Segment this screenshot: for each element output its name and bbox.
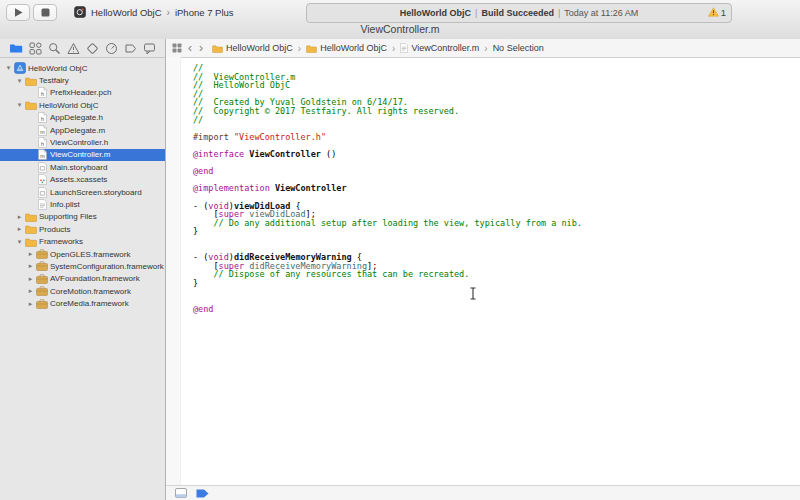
plist-icon xyxy=(35,199,49,210)
code-token: // Dispose of any resources that can be … xyxy=(213,269,469,279)
code-line: // xyxy=(193,116,798,125)
window-title: ViewController.m xyxy=(0,23,800,35)
tree-item-viewcontroller-m[interactable]: mViewController.m xyxy=(0,149,165,161)
svg-text:h: h xyxy=(40,91,43,97)
tree-item-label: HelloWorld ObjC xyxy=(39,101,98,110)
breadcrumb-item-no-selection[interactable]: No Selection xyxy=(493,43,544,53)
disclosure-triangle-icon[interactable]: ▸ xyxy=(26,287,35,295)
disclosure-triangle-icon[interactable]: ▸ xyxy=(26,262,35,270)
tree-item-opengles-framework[interactable]: ▸OpenGLES.framework xyxy=(0,248,165,260)
toolbar-controls: HelloWorld ObjC › iPhone 7 Plus HelloWor… xyxy=(6,2,794,22)
tree-item-label: AppDelegate.h xyxy=(50,113,103,122)
assets-icon xyxy=(35,174,49,185)
code-token: } xyxy=(193,278,198,288)
tree-item-avfoundation-framework[interactable]: ▸AVFoundation.framework xyxy=(0,273,165,285)
find-navigator-icon[interactable] xyxy=(48,42,61,55)
stop-button[interactable] xyxy=(33,4,57,21)
code-line: // HelloWorld ObjC xyxy=(193,81,798,90)
tree-item-label: Testfairy xyxy=(39,76,69,85)
tree-item-helloworld-objc[interactable]: ▾HelloWorld ObjC xyxy=(0,99,165,111)
tree-item-launchscreen-storyboard[interactable]: LaunchScreen.storyboard xyxy=(0,186,165,198)
code-token: // Do any additional setup after loading… xyxy=(213,218,581,228)
svg-text:h: h xyxy=(40,141,43,147)
breadcrumb-label: No Selection xyxy=(493,43,544,53)
chevron-right-icon: › xyxy=(167,7,170,18)
scheme-selector[interactable]: HelloWorld ObjC › iPhone 7 Plus xyxy=(74,6,234,18)
breadcrumb-item-helloworld-objc[interactable]: HelloWorld ObjC xyxy=(212,43,293,53)
file-h-icon: h xyxy=(35,112,49,123)
file-h-icon: h xyxy=(35,137,49,148)
disclosure-triangle-icon[interactable]: ▾ xyxy=(4,64,13,72)
disclosure-triangle-icon[interactable]: ▸ xyxy=(26,250,35,258)
code-line: @interface ViewController () xyxy=(193,150,798,159)
tree-item-label: PrefixHeader.pch xyxy=(50,88,111,97)
svg-text:m: m xyxy=(40,153,45,159)
tree-item-viewcontroller-h[interactable]: hViewController.h xyxy=(0,136,165,148)
tree-item-appdelegate-h[interactable]: hAppDelegate.h xyxy=(0,112,165,124)
debug-navigator-icon[interactable] xyxy=(105,42,118,55)
code-line: // Copyright © 2017 Testfairy. All right… xyxy=(193,107,798,116)
forward-button[interactable]: › xyxy=(198,43,204,53)
disclosure-triangle-icon[interactable]: ▾ xyxy=(15,77,24,85)
debug-area-toggle-icon[interactable] xyxy=(175,488,187,498)
run-button[interactable] xyxy=(6,4,30,21)
disclosure-triangle-icon[interactable]: ▾ xyxy=(15,101,24,109)
disclosure-triangle-icon[interactable]: ▸ xyxy=(26,275,35,283)
breakpoint-navigator-icon[interactable] xyxy=(124,42,137,55)
disclosure-triangle-icon[interactable]: ▸ xyxy=(15,213,24,221)
code-line: @implementation ViewController xyxy=(193,184,798,193)
tree-item-label: OpenGLES.framework xyxy=(50,250,130,259)
warning-badge[interactable]: 1 xyxy=(708,7,726,18)
folder-icon xyxy=(24,212,38,222)
code-token: @implementation xyxy=(193,183,270,193)
tree-item-label: Info.plist xyxy=(50,200,80,209)
tree-item-coremedia-framework[interactable]: ▸CoreMedia.framework xyxy=(0,297,165,309)
activity-viewer: HelloWorld ObjC | Build Succeeded | Toda… xyxy=(306,3,732,23)
tree-item-label: CoreMedia.framework xyxy=(50,299,129,308)
back-button[interactable]: ‹ xyxy=(187,43,193,53)
tree-item-appdelegate-m[interactable]: mAppDelegate.m xyxy=(0,124,165,136)
issue-navigator-icon[interactable] xyxy=(67,42,80,55)
tree-item-helloworld-objc[interactable]: ▾HelloWorld ObjC xyxy=(0,62,165,74)
editor-area: ‹ › HelloWorld ObjC›HelloWorld ObjC›View… xyxy=(166,39,800,500)
code-line xyxy=(193,287,798,296)
editor-bottom-bar xyxy=(166,485,800,500)
disclosure-triangle-icon[interactable]: ▸ xyxy=(26,300,35,308)
status-message: Build Succeeded xyxy=(481,8,554,18)
breakpoint-arrow-icon[interactable] xyxy=(196,489,209,498)
tree-item-label: AVFoundation.framework xyxy=(50,274,140,283)
tree-item-info-plist[interactable]: Info.plist xyxy=(0,198,165,210)
breadcrumb-item-viewcontroller-m[interactable]: ViewController.m xyxy=(400,43,479,53)
tree-item-label: AppDelegate.m xyxy=(50,126,105,135)
tree-item-products[interactable]: ▸Products xyxy=(0,223,165,235)
tree-item-assets-xcassets[interactable]: Assets.xcassets xyxy=(0,174,165,186)
code-token: @interface xyxy=(193,149,244,159)
tree-item-systemconfiguration-framework[interactable]: ▸SystemConfiguration.framework xyxy=(0,260,165,272)
scheme-device[interactable]: iPhone 7 Plus xyxy=(175,7,234,18)
tree-item-main-storyboard[interactable]: Main.storyboard xyxy=(0,161,165,173)
source-code-editor[interactable]: //// ViewController.m// HelloWorld ObjC/… xyxy=(181,57,800,486)
svg-text:m: m xyxy=(40,129,45,135)
tree-item-label: ViewController.m xyxy=(50,150,110,159)
tree-item-frameworks[interactable]: ▾Frameworks xyxy=(0,235,165,247)
disclosure-triangle-icon[interactable]: ▾ xyxy=(15,238,24,246)
related-items-icon[interactable] xyxy=(172,43,182,53)
tree-item-coremotion-framework[interactable]: ▸CoreMotion.framework xyxy=(0,285,165,297)
symbol-navigator-icon[interactable] xyxy=(29,42,42,55)
code-line: @end xyxy=(193,167,798,176)
disclosure-triangle-icon[interactable]: ▸ xyxy=(15,225,24,233)
report-navigator-icon[interactable] xyxy=(143,42,156,55)
breadcrumb-item-helloworld-objc[interactable]: HelloWorld ObjC xyxy=(306,43,387,53)
tree-item-testfairy[interactable]: ▾Testfairy xyxy=(0,74,165,86)
file-m-icon: m xyxy=(35,149,49,160)
folder-icon xyxy=(306,44,317,53)
breadcrumb-separator-icon: › xyxy=(298,43,301,54)
code-token: // HelloWorld ObjC xyxy=(193,80,290,90)
tree-item-prefixheader-pch[interactable]: hPrefixHeader.pch xyxy=(0,87,165,99)
stop-icon xyxy=(41,8,50,17)
code-token: ViewController xyxy=(275,183,347,193)
project-navigator-icon[interactable] xyxy=(9,42,23,54)
scheme-name[interactable]: HelloWorld ObjC xyxy=(91,7,162,18)
tree-item-supporting-files[interactable]: ▸Supporting Files xyxy=(0,211,165,223)
test-navigator-icon[interactable] xyxy=(86,42,99,55)
